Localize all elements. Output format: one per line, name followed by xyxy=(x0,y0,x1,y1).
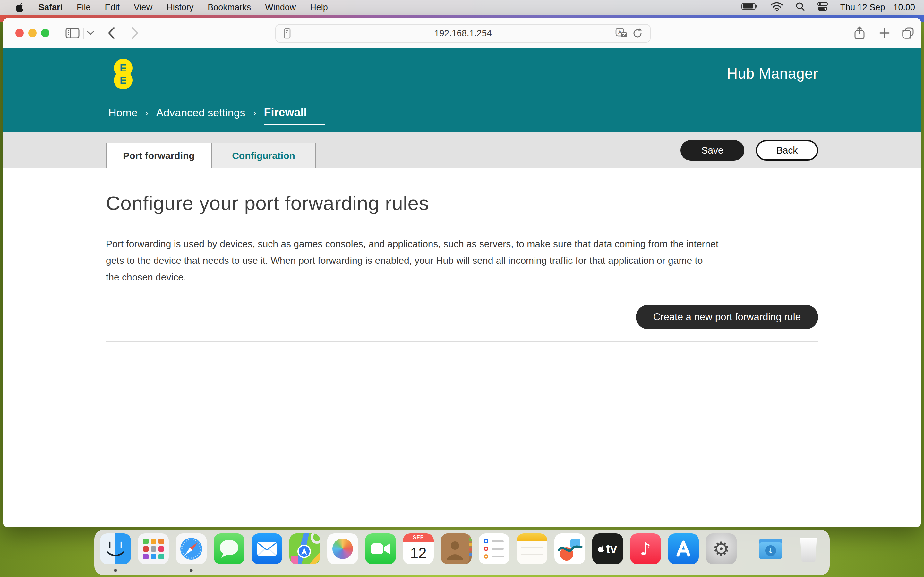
dock-item-photos[interactable] xyxy=(327,533,358,564)
dock-item-messages[interactable] xyxy=(214,533,244,564)
ee-logo-letter: E xyxy=(114,71,132,89)
menu-bar: Safari File Edit View History Bookmarks … xyxy=(0,0,924,15)
dock-item-launchpad[interactable] xyxy=(138,533,169,564)
sidebar-toggle-icon[interactable] xyxy=(65,18,79,48)
reload-icon[interactable] xyxy=(632,27,643,39)
dock-item-downloads[interactable]: ↓ xyxy=(755,533,786,564)
dock-item-freeform[interactable] xyxy=(554,533,585,564)
dock-item-music[interactable]: ♪ xyxy=(630,533,661,564)
running-indicator xyxy=(114,569,117,572)
address-bar[interactable]: 192.168.1.254 A xyxy=(275,24,651,43)
dock-item-facetime[interactable] xyxy=(365,533,396,564)
tab-configuration[interactable]: Configuration xyxy=(212,143,316,168)
dock-item-notes[interactable] xyxy=(517,533,548,564)
mail-icon xyxy=(252,533,282,564)
dock-item-safari[interactable] xyxy=(176,533,207,564)
launchpad-icon xyxy=(138,533,169,564)
music-icon: ♪ xyxy=(630,533,661,564)
safari-window: 192.168.1.254 A E E Hub Manager Home › xyxy=(3,18,921,527)
minimize-window-button[interactable] xyxy=(28,29,37,37)
tab-port-forwarding[interactable]: Port forwarding xyxy=(106,143,212,168)
menu-window[interactable]: Window xyxy=(265,3,296,13)
reminders-icon xyxy=(479,533,509,564)
content-heading: Configure your port forwarding rules xyxy=(106,168,818,214)
breadcrumb-separator: › xyxy=(145,107,149,118)
description-text: Port forwarding is used by devices, such… xyxy=(106,235,825,285)
breadcrumb-firewall-current: Firewall xyxy=(264,106,325,125)
freeform-icon xyxy=(554,533,585,564)
content-divider xyxy=(106,342,818,342)
toolbar-divider xyxy=(83,27,84,39)
notes-icon xyxy=(517,533,548,564)
apple-menu-icon[interactable] xyxy=(16,3,24,12)
dock: SEP 12 tv ♪ xyxy=(94,530,830,575)
tab-overview-icon[interactable] xyxy=(901,18,914,48)
back-page-button[interactable]: Back xyxy=(756,140,818,161)
wifi-icon[interactable] xyxy=(771,2,783,13)
calendar-month: SEP xyxy=(403,533,434,542)
facetime-icon xyxy=(365,533,396,564)
save-button[interactable]: Save xyxy=(680,140,744,161)
trash-icon xyxy=(793,533,824,564)
menu-safari[interactable]: Safari xyxy=(39,3,63,13)
photos-icon xyxy=(327,533,358,564)
description-line: gets to the device that needs to use it.… xyxy=(106,252,825,269)
browser-toolbar: 192.168.1.254 A xyxy=(3,18,921,48)
hub-header: E E Hub Manager Home › Advanced settings… xyxy=(3,48,921,132)
menu-file[interactable]: File xyxy=(77,3,91,13)
dock-item-calendar[interactable]: SEP 12 xyxy=(403,533,434,564)
safari-icon xyxy=(176,533,207,564)
page-title: Hub Manager xyxy=(727,65,818,82)
dock-item-mail[interactable] xyxy=(252,533,282,564)
menu-help[interactable]: Help xyxy=(310,3,328,13)
breadcrumb-advanced-settings[interactable]: Advanced settings xyxy=(156,106,246,119)
menu-time: 10.00 xyxy=(893,3,915,13)
apple-tv-icon: tv xyxy=(592,533,623,564)
app-menus: Safari File Edit View History Bookmarks … xyxy=(39,3,328,13)
spotlight-search-icon[interactable] xyxy=(795,2,805,13)
menu-view[interactable]: View xyxy=(134,3,152,13)
dock-divider xyxy=(746,535,746,571)
calendar-day: 12 xyxy=(410,542,426,564)
calendar-icon: SEP 12 xyxy=(403,533,434,564)
ee-logo: E E xyxy=(114,59,132,89)
tv-label: tv xyxy=(606,542,617,556)
dock-item-finder[interactable] xyxy=(100,533,131,564)
breadcrumb-home[interactable]: Home xyxy=(108,106,137,119)
tab-bar: Port forwarding Configuration Save Back xyxy=(3,132,921,168)
dock-item-reminders[interactable] xyxy=(479,533,509,564)
close-window-button[interactable] xyxy=(15,29,24,37)
url-text[interactable]: 192.168.1.254 xyxy=(276,28,650,39)
battery-icon[interactable] xyxy=(741,3,758,13)
menu-clock[interactable]: Thu 12 Sep 10.00 xyxy=(840,3,915,13)
share-icon[interactable] xyxy=(854,18,865,48)
description-line: Port forwarding is used by devices, such… xyxy=(106,235,825,252)
menu-date: Thu 12 Sep xyxy=(840,3,885,13)
dock-item-trash[interactable] xyxy=(793,533,824,564)
new-tab-icon[interactable] xyxy=(879,18,890,48)
running-indicator xyxy=(190,569,193,572)
sidebar-chevron-down-icon[interactable] xyxy=(87,18,94,48)
translate-icon[interactable]: A xyxy=(615,27,628,39)
menu-history[interactable]: History xyxy=(166,3,194,13)
maps-icon xyxy=(289,533,320,564)
forward-button[interactable] xyxy=(131,18,139,48)
menu-edit[interactable]: Edit xyxy=(105,3,120,13)
tab-bar-actions: Save Back xyxy=(680,140,818,161)
breadcrumb: Home › Advanced settings › Firewall xyxy=(108,106,325,125)
control-center-icon[interactable] xyxy=(817,2,828,13)
dock-item-system-settings[interactable]: ⚙ xyxy=(706,533,737,564)
dock-item-maps[interactable] xyxy=(289,533,320,564)
menu-bookmarks[interactable]: Bookmarks xyxy=(208,3,251,13)
create-rule-button[interactable]: Create a new port forwarding rule xyxy=(636,305,818,329)
main-content: Configure your port forwarding rules Por… xyxy=(3,168,921,342)
dock-item-app-store[interactable] xyxy=(668,533,699,564)
finder-icon xyxy=(100,533,131,564)
zoom-window-button[interactable] xyxy=(41,29,49,37)
dock-item-tv[interactable]: tv xyxy=(592,533,623,564)
description-line: the chosen device. xyxy=(106,269,825,285)
status-icons: Thu 12 Sep 10.00 xyxy=(741,0,915,15)
dock-item-contacts[interactable] xyxy=(441,533,472,564)
breadcrumb-separator: › xyxy=(253,107,256,118)
back-button[interactable] xyxy=(107,18,115,48)
